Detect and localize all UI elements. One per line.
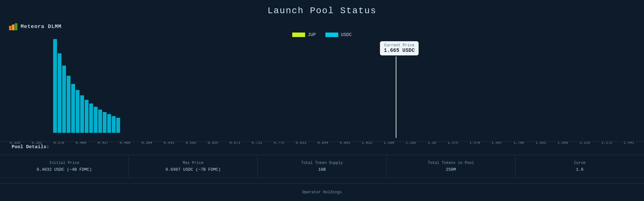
pool-stat-max-price: Max Price 0.6987 USDC (~7B FDMC) <box>129 155 258 178</box>
svg-rect-8 <box>76 90 80 133</box>
legend-label-jup: JUP <box>308 32 316 37</box>
pool-stat-tokens-in-pool: Total Tokens in Pool 250M <box>387 155 516 178</box>
pool-stat-curve: Curve 1.6 <box>516 155 644 178</box>
price-tooltip-value: 1.665 USDC <box>384 48 415 53</box>
legend-color-usdc <box>326 33 338 37</box>
svg-rect-5 <box>62 66 66 133</box>
meteora-logo-icon <box>9 23 18 30</box>
current-price-line <box>396 56 396 138</box>
pool-stat-value-curve: 1.6 <box>522 167 638 172</box>
chart-legend: JUP USDC <box>292 32 352 37</box>
pool-details-title: Pool Details: <box>12 144 49 150</box>
pool-stat-label-max-price: Max Price <box>135 161 251 165</box>
pool-stat-value-initial-price: 0.4032 USDC (~4B FDMC) <box>6 167 122 172</box>
pool-stat-label-total-supply: Total Token Supply <box>264 161 380 165</box>
svg-rect-0 <box>9 26 12 30</box>
svg-rect-4 <box>58 53 62 133</box>
pool-stat-value-total-supply: 10B <box>264 167 380 172</box>
pool-details-section: Pool Details: Initial Price 0.4032 USDC … <box>0 141 644 201</box>
pool-stat-value-tokens-in-pool: 250M <box>393 167 509 172</box>
pool-stat-label-tokens-in-pool: Total Tokens in Pool <box>393 161 509 165</box>
legend-color-jup <box>292 33 305 37</box>
logo-text: Meteora DLMM <box>21 24 62 30</box>
svg-rect-17 <box>116 118 120 133</box>
svg-rect-11 <box>89 103 93 133</box>
pool-stat-value-max-price: 0.6987 USDC (~7B FDMC) <box>135 167 251 172</box>
svg-rect-6 <box>67 76 71 133</box>
pool-stat-label-curve: Curve <box>522 161 638 165</box>
svg-rect-3 <box>53 39 57 133</box>
svg-rect-14 <box>103 112 107 133</box>
legend-item-jup: JUP <box>292 32 316 37</box>
pool-stat-total-supply: Total Token Supply 10B <box>258 155 386 178</box>
operator-holdings-label: Operator Holdings <box>302 190 342 195</box>
legend-label-usdc: USDC <box>341 32 352 37</box>
pool-stats-row: Initial Price 0.4032 USDC (~4B FDMC) Max… <box>0 155 644 178</box>
svg-rect-7 <box>71 84 75 133</box>
chart-svg <box>10 37 634 143</box>
chart-container <box>10 37 634 143</box>
legend-item-usdc: USDC <box>326 32 352 37</box>
page-wrapper: Launch Pool Status Meteora DLMM JUP USDC <box>0 0 644 201</box>
svg-rect-15 <box>107 114 111 133</box>
page-title: Launch Pool Status <box>0 0 644 16</box>
price-tooltip-label: Current Price <box>384 43 415 48</box>
svg-rect-9 <box>80 95 84 133</box>
pool-stat-initial-price: Initial Price 0.4032 USDC (~4B FDMC) <box>0 155 129 178</box>
svg-rect-2 <box>15 23 17 30</box>
pool-stat-label-initial-price: Initial Price <box>6 161 122 165</box>
current-price-tooltip: Current Price 1.665 USDC <box>380 41 419 55</box>
svg-rect-13 <box>98 110 102 133</box>
svg-rect-10 <box>85 100 89 133</box>
svg-rect-16 <box>112 116 116 133</box>
svg-rect-1 <box>12 24 14 30</box>
svg-rect-12 <box>94 107 98 133</box>
logo-area: Meteora DLMM <box>9 23 62 30</box>
operator-row: Operator Holdings <box>0 183 644 201</box>
